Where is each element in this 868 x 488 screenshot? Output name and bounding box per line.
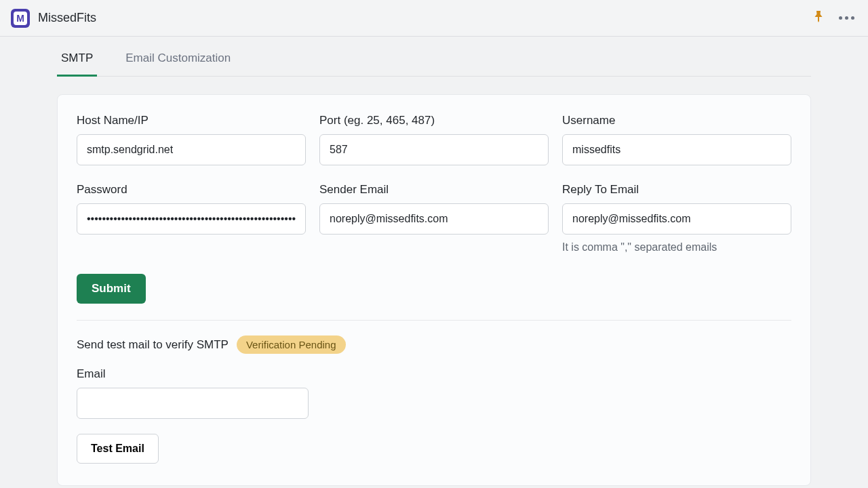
field-sender-email: Sender Email xyxy=(319,183,549,253)
verification-badge: Verification Pending xyxy=(237,336,346,354)
input-reply-email[interactable] xyxy=(562,203,791,235)
app-icon-initial: M xyxy=(14,12,27,25)
pin-icon[interactable] xyxy=(813,10,824,26)
more-icon[interactable] xyxy=(836,14,857,22)
input-username[interactable] xyxy=(562,134,791,165)
smtp-card: Host Name/IP Port (eg. 25, 465, 487) Use… xyxy=(57,94,811,486)
label-reply-email: Reply To Email xyxy=(562,183,791,197)
test-mail-header: Send test mail to verify SMTP Verificati… xyxy=(77,336,791,354)
tab-email-customization[interactable]: Email Customization xyxy=(121,42,235,76)
field-username: Username xyxy=(562,114,791,165)
app-title: MissedFits xyxy=(38,11,96,25)
reply-email-hint: It is comma "," separated emails xyxy=(562,241,791,253)
label-sender-email: Sender Email xyxy=(319,183,549,197)
field-reply-email: Reply To Email It is comma "," separated… xyxy=(562,183,791,253)
divider xyxy=(77,320,791,321)
label-username: Username xyxy=(562,114,791,127)
field-test-email: Email xyxy=(77,367,309,419)
input-sender-email[interactable] xyxy=(319,203,549,235)
field-host: Host Name/IP xyxy=(77,114,306,165)
label-host: Host Name/IP xyxy=(77,114,306,127)
field-port: Port (eg. 25, 465, 487) xyxy=(319,114,549,165)
app-icon: M xyxy=(11,9,30,28)
input-host[interactable] xyxy=(77,134,306,165)
test-email-button[interactable]: Test Email xyxy=(77,434,159,464)
test-mail-title: Send test mail to verify SMTP xyxy=(77,338,229,352)
top-bar: M MissedFits xyxy=(0,0,868,37)
label-password: Password xyxy=(77,183,306,197)
submit-button[interactable]: Submit xyxy=(77,274,146,304)
label-test-email: Email xyxy=(77,367,309,381)
field-password: Password xyxy=(77,183,306,253)
top-bar-right xyxy=(813,10,857,26)
input-port[interactable] xyxy=(319,134,549,165)
top-bar-left: M MissedFits xyxy=(11,9,96,28)
input-password[interactable] xyxy=(77,203,306,235)
page-content: SMTP Email Customization Host Name/IP Po… xyxy=(0,37,868,486)
tabs: SMTP Email Customization xyxy=(57,37,811,77)
tab-smtp[interactable]: SMTP xyxy=(57,42,97,76)
smtp-form-grid: Host Name/IP Port (eg. 25, 465, 487) Use… xyxy=(77,114,791,253)
label-port: Port (eg. 25, 465, 487) xyxy=(319,114,549,127)
input-test-email[interactable] xyxy=(77,388,309,419)
